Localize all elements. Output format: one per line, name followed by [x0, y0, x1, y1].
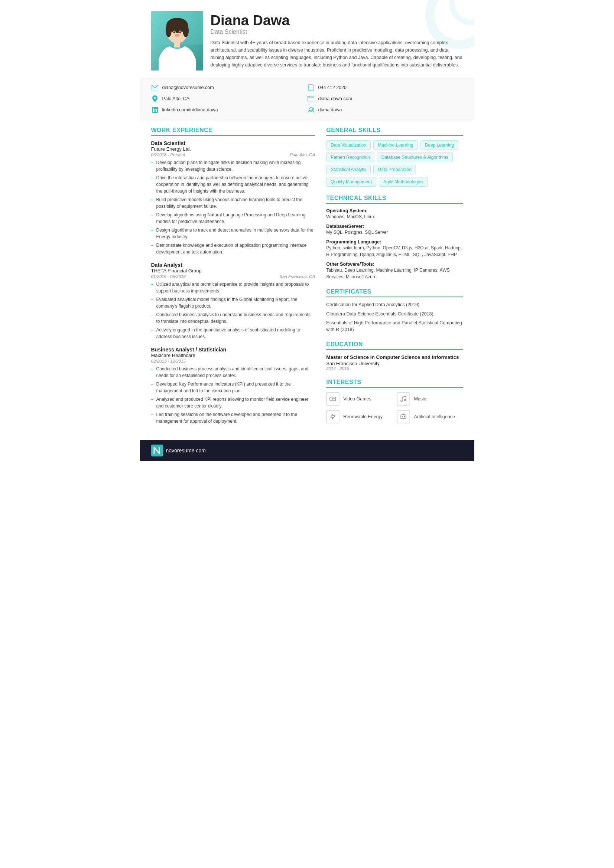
contact-right: 044 412 2020 diana-dawa.com	[307, 84, 463, 113]
job-1-meta: 06/2018 - Present Palo Alto, CA	[151, 152, 316, 157]
social-item: diana.dawa	[307, 106, 463, 113]
social-text: diana.dawa	[318, 107, 342, 112]
linkedin-item: linkedin.com/in/diana.dawa	[151, 106, 307, 113]
svg-point-17	[153, 108, 154, 109]
tech-db-label: Database/Server:	[326, 224, 463, 229]
footer-logo: novoresume.com	[151, 445, 206, 456]
svg-point-32	[401, 400, 402, 401]
list-item: Analyzed and produced KPI reports allowi…	[151, 396, 316, 409]
location-text: Palo Alto, CA	[162, 96, 190, 101]
job-1-bullets: Develop action plans to mitigate risks i…	[151, 159, 316, 255]
contact-bar: diana@novoresume.com Palo Alto, CA linke…	[140, 78, 474, 119]
list-item: Conducted business process analysis and …	[151, 366, 316, 379]
header-info: Diana Dawa Data Scientist Data Scientist…	[211, 11, 463, 69]
tech-os-label: Operating System:	[326, 208, 463, 213]
svg-point-40	[402, 414, 403, 414]
profile-photo	[151, 11, 203, 71]
job-1: Data Scientist Future Energy Ltd. 06/201…	[151, 140, 316, 255]
skill-tag: Data Visualization	[326, 140, 371, 150]
list-item: Design algorithms to track and detect an…	[151, 227, 316, 240]
edu-school: San Francisco University	[326, 361, 463, 366]
tech-lang-value: Python, scikit-learn, Python, OpenCV, D3…	[326, 245, 463, 258]
cert-item-2: Cloudera Data Science Essentials Certifi…	[326, 311, 463, 318]
cert-item-3: Essentials of High Performance and Paral…	[326, 320, 463, 333]
svg-point-35	[402, 416, 403, 417]
tech-lang: Programming Language: Python, scikit-lea…	[326, 239, 463, 258]
tech-os: Operating System: Windows, MacOS, Linux	[326, 208, 463, 220]
interests-section: INTERESTS Video Games Music	[326, 379, 463, 423]
skill-tag: Pattern Recognition	[326, 152, 374, 162]
location-icon	[151, 95, 159, 102]
list-item: Develop algorithms using Natural Languag…	[151, 212, 316, 225]
website-item: diana-dawa.com	[307, 95, 463, 102]
svg-point-6	[166, 24, 172, 37]
job-2-date: 01/2016 - 05/2018	[151, 274, 186, 279]
job-2-title: Data Analyst	[151, 262, 316, 268]
interest-videogames-label: Video Games	[343, 396, 372, 401]
edu-degree: Master of Science in Computer Science an…	[326, 354, 463, 360]
website-text: diana-dawa.com	[318, 96, 353, 101]
contact-left: diana@novoresume.com Palo Alto, CA linke…	[151, 84, 307, 113]
music-icon	[397, 392, 410, 406]
tech-lang-label: Programming Language:	[326, 239, 463, 245]
job-1-date: 06/2018 - Present	[151, 152, 185, 157]
svg-point-10	[173, 31, 175, 33]
job-1-title: Data Scientist	[151, 140, 316, 146]
phone-icon	[307, 84, 315, 91]
tech-db: Database/Server: My SQL, Postgres, SQL S…	[326, 224, 463, 236]
interest-ai-label: Artificial Intelligence	[414, 414, 455, 419]
svg-point-31	[335, 399, 336, 400]
technical-skills-section: TECHNICAL SKILLS Operating System: Windo…	[326, 195, 463, 280]
technical-skills-title: TECHNICAL SKILLS	[326, 195, 463, 204]
job-1-company: Future Energy Ltd.	[151, 146, 316, 152]
list-item: Evaluated analytical model findings in t…	[151, 296, 316, 310]
skill-tag: Machine Learning	[373, 140, 418, 150]
job-3-title: Business Analyst / Statistician	[151, 347, 316, 353]
job-3-date: 02/2013 - 12/2015	[151, 359, 186, 363]
location-item: Palo Alto, CA	[151, 95, 307, 102]
email-item: diana@novoresume.com	[151, 84, 307, 91]
general-skills-section: GENERAL SKILLS Data Visualization Machin…	[326, 127, 463, 187]
svg-point-12	[174, 34, 180, 37]
person-bio: Data Scientist with 4+ years of broad-ba…	[211, 39, 463, 69]
interest-ai: Artificial Intelligence	[397, 410, 463, 423]
web-icon	[307, 95, 315, 102]
work-experience-title: WORK EXPERIENCE	[151, 127, 316, 136]
svg-point-30	[334, 398, 335, 399]
list-item: Conducted business analysis to understan…	[151, 312, 316, 325]
job-3-meta: 02/2013 - 12/2015	[151, 359, 316, 363]
interest-energy-label: Renewable Energy	[343, 414, 382, 419]
svg-point-7	[183, 24, 189, 37]
certificates-title: CERTIFICATES	[326, 288, 463, 297]
list-item: Actively engaged in the quantitative ana…	[151, 327, 316, 340]
skill-tag: Data Preparation	[373, 165, 416, 174]
job-3-company: Maxicare Healthcare	[151, 353, 316, 358]
list-item: Led training sessions on the software de…	[151, 411, 316, 425]
skill-tag: Database Structures & Algorithms	[377, 152, 453, 162]
work-experience-section: WORK EXPERIENCE Data Scientist Future En…	[151, 127, 316, 425]
job-3-bullets: Conducted business process analysis and …	[151, 366, 316, 425]
general-skills-title: GENERAL SKILLS	[326, 127, 463, 136]
list-item: Build predictive models using various ma…	[151, 196, 316, 210]
edu-year: 2014 - 2016	[326, 366, 463, 371]
tech-db-value: My SQL, Postgres, SQL Server	[326, 229, 463, 236]
education-title: EDUCATION	[326, 341, 463, 350]
list-item: Develop action plans to mitigate risks i…	[151, 159, 316, 172]
footer: novoresume.com	[140, 440, 474, 461]
job-2-bullets: Utilized analytical and technical expert…	[151, 281, 316, 340]
interest-music-label: Music	[414, 396, 426, 401]
svg-rect-16	[153, 109, 154, 112]
main-content: WORK EXPERIENCE Data Scientist Future En…	[140, 119, 474, 440]
svg-point-23	[309, 96, 310, 97]
videogames-icon	[326, 392, 339, 406]
list-item: Developed Key Performance Indicators (KP…	[151, 381, 316, 394]
skills-tags-container: Data Visualization Machine Learning Deep…	[326, 140, 463, 187]
social-icon	[307, 106, 315, 113]
list-item: Drive the interaction and partnership be…	[151, 174, 316, 194]
skill-tag: Quality Management	[326, 177, 376, 187]
skill-tag: Deep Learning	[420, 140, 459, 150]
person-name: Diana Dawa	[211, 13, 463, 29]
header: Diana Dawa Data Scientist Data Scientist…	[140, 0, 474, 78]
email-icon	[151, 84, 159, 91]
left-column: WORK EXPERIENCE Data Scientist Future En…	[151, 127, 316, 433]
